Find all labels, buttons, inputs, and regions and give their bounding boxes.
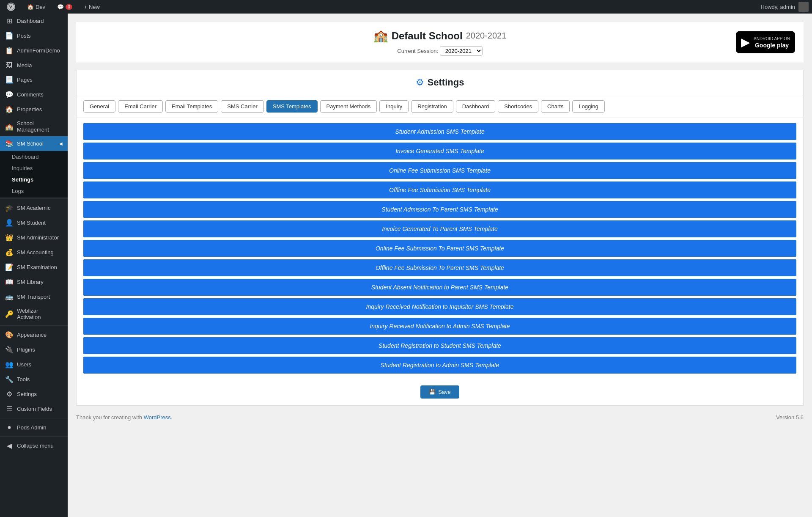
settings-header: ⚙ Settings: [77, 70, 803, 95]
google-play-button[interactable]: ▶ ANDROID APP ON Google play: [736, 31, 795, 53]
sidebar-item-weblizar-activation[interactable]: 🔑 Weblizar Activation: [0, 304, 68, 324]
comments-badge: 0: [66, 4, 72, 10]
template-online-fee-submission[interactable]: Online Fee Submission SMS Template: [83, 162, 796, 179]
sub-dashboard-label: Dashboard: [12, 154, 39, 160]
tab-email-templates[interactable]: Email Templates: [165, 100, 218, 113]
plugins-icon: 🔌: [5, 346, 14, 354]
google-play-text: ANDROID APP ON Google play: [754, 36, 790, 49]
sidebar-item-appearance[interactable]: 🎨 Appearance: [0, 327, 68, 342]
footer-wp-link[interactable]: WordPress.: [144, 414, 173, 421]
template-inquiry-admin[interactable]: Inquiry Received Notification to Admin S…: [83, 318, 796, 335]
sidebar-item-school-management[interactable]: 🏫 School Management: [0, 117, 68, 136]
sidebar-item-settings[interactable]: ⚙ Settings: [0, 387, 68, 402]
template-student-admission[interactable]: Student Admission SMS Template: [83, 123, 796, 140]
new-button[interactable]: + New: [81, 0, 103, 14]
sidebar-item-posts[interactable]: 📄 Posts: [0, 28, 68, 43]
sidebar-label-sm-student: SM Student: [17, 220, 46, 226]
sidebar-item-dashboard[interactable]: ⊞ Dashboard: [0, 14, 68, 28]
dashboard-icon: ⊞: [5, 17, 14, 25]
template-offline-fee-parent[interactable]: Offline Fee Submission To Parent SMS Tem…: [83, 259, 796, 276]
tools-icon: 🔧: [5, 375, 14, 383]
tab-sms-carrier[interactable]: SMS Carrier: [221, 100, 264, 113]
session-row: Current Session: 2020-2021: [83, 46, 797, 56]
tab-shortcodes[interactable]: Shortcodes: [498, 100, 538, 113]
sm-school-icon: 📚: [5, 140, 14, 148]
template-invoice-generated[interactable]: Invoice Generated SMS Template: [83, 143, 796, 160]
sub-settings-label: Settings: [12, 176, 33, 183]
sidebar-item-sm-school[interactable]: 📚 SM School ◀: [0, 136, 68, 151]
wp-logo-button[interactable]: [3, 0, 19, 14]
sidebar-divider-3: [0, 418, 68, 418]
template-offline-fee-submission[interactable]: Offline Fee Submission SMS Template: [83, 182, 796, 198]
google-play-name: Google play: [754, 41, 790, 49]
sidebar-item-sm-examination[interactable]: 📝 SM Examination: [0, 260, 68, 275]
templates-list: Student Admission SMS Template Invoice G…: [77, 118, 803, 379]
sidebar-sub-item-settings[interactable]: Settings: [0, 174, 68, 185]
sidebar-label-weblizar: Weblizar Activation: [17, 308, 63, 320]
template-student-registration-admin[interactable]: Student Registration to Admin SMS Templa…: [83, 357, 796, 374]
sidebar-item-admin-form-demo[interactable]: 📋 AdminFormDemo: [0, 43, 68, 58]
sidebar-item-comments[interactable]: 💬 Comments: [0, 87, 68, 102]
tab-logging[interactable]: Logging: [572, 100, 604, 113]
sidebar: ⊞ Dashboard 📄 Posts 📋 AdminFormDemo 🖼 Me…: [0, 14, 68, 517]
sidebar-label-sm-examination: SM Examination: [17, 264, 57, 270]
tab-inquiry[interactable]: Inquiry: [379, 100, 409, 113]
session-label: Current Session:: [397, 48, 438, 54]
sidebar-sub-item-inquiries[interactable]: Inquiries: [0, 162, 68, 174]
sidebar-item-plugins[interactable]: 🔌 Plugins: [0, 342, 68, 357]
sidebar-label-sm-transport: SM Transport: [17, 294, 50, 300]
sm-accounting-icon: 💰: [5, 248, 14, 256]
sidebar-label-sm-accounting: SM Accounting: [17, 249, 54, 256]
sidebar-item-tools[interactable]: 🔧 Tools: [0, 372, 68, 387]
sidebar-item-properties[interactable]: 🏠 Properties: [0, 102, 68, 117]
admin-bar-right: Howdy, admin: [761, 2, 809, 12]
sidebar-label-settings: Settings: [17, 391, 37, 397]
tab-charts[interactable]: Charts: [541, 100, 570, 113]
tab-dashboard[interactable]: Dashboard: [456, 100, 496, 113]
sidebar-item-custom-fields[interactable]: ☰ Custom Fields: [0, 402, 68, 416]
sidebar-label-sm-administrator: SM Administrator: [17, 234, 59, 241]
sidebar-sub-item-dashboard[interactable]: Dashboard: [0, 151, 68, 162]
sidebar-item-media[interactable]: 🖼 Media: [0, 58, 68, 72]
settings-container: ⚙ Settings General Email Carrier Email T…: [76, 70, 804, 406]
tab-email-carrier[interactable]: Email Carrier: [118, 100, 163, 113]
sidebar-item-sm-academic[interactable]: 🎓 SM Academic: [0, 201, 68, 215]
page-footer: Thank you for creating with WordPress. V…: [76, 406, 804, 424]
sidebar-divider-1: [0, 198, 68, 199]
sidebar-item-pods-admin[interactable]: ● Pods Admin: [0, 420, 68, 434]
template-online-fee-parent[interactable]: Online Fee Submission To Parent SMS Temp…: [83, 240, 796, 257]
tab-sms-templates[interactable]: SMS Templates: [266, 100, 318, 113]
sidebar-item-sm-transport[interactable]: 🚌 SM Transport: [0, 289, 68, 304]
template-student-registration-student[interactable]: Student Registration to Student SMS Temp…: [83, 337, 796, 354]
settings-tabs: General Email Carrier Email Templates SM…: [77, 95, 803, 118]
school-year: 2020-2021: [466, 31, 507, 41]
school-title-row: 🏫 Default School 2020-2021: [83, 29, 797, 43]
tab-payment-methods[interactable]: Payment Methods: [320, 100, 377, 113]
sidebar-item-sm-accounting[interactable]: 💰 SM Accounting: [0, 245, 68, 260]
sidebar-item-sm-student[interactable]: 👤 SM Student: [0, 215, 68, 230]
sidebar-sub-item-logs[interactable]: Logs: [0, 185, 68, 197]
template-student-admission-parent[interactable]: Student Admission To Parent SMS Template: [83, 201, 796, 218]
session-select[interactable]: 2020-2021: [440, 46, 483, 56]
users-icon: 👥: [5, 360, 14, 368]
collapse-menu-button[interactable]: ◀ Collapse menu: [0, 438, 68, 453]
template-student-absent[interactable]: Student Absent Notification to Parent SM…: [83, 279, 796, 296]
sidebar-item-users[interactable]: 👥 Users: [0, 357, 68, 372]
template-invoice-generated-parent[interactable]: Invoice Generated To Parent SMS Template: [83, 220, 796, 237]
avatar: [798, 2, 809, 12]
sidebar-item-sm-library[interactable]: 📖 SM Library: [0, 275, 68, 289]
comments-button[interactable]: 💬 0: [54, 0, 76, 14]
new-label: + New: [84, 4, 100, 10]
sidebar-item-sm-administrator[interactable]: 👑 SM Administrator: [0, 230, 68, 245]
comments-sidebar-icon: 💬: [5, 91, 14, 99]
save-button[interactable]: 💾 Save: [420, 385, 459, 399]
site-name-button[interactable]: 🏠 Dev: [24, 0, 49, 14]
sm-student-icon: 👤: [5, 219, 14, 227]
tab-general[interactable]: General: [83, 100, 115, 113]
sidebar-item-pages[interactable]: 📃 Pages: [0, 72, 68, 87]
sidebar-label-sm-school: SM School: [17, 140, 44, 147]
template-inquiry-inquisitor[interactable]: Inquiry Received Notification to Inquisi…: [83, 298, 796, 315]
tab-registration[interactable]: Registration: [411, 100, 453, 113]
layout: ⊞ Dashboard 📄 Posts 📋 AdminFormDemo 🖼 Me…: [0, 14, 812, 517]
collapse-icon: ◀: [5, 442, 14, 450]
